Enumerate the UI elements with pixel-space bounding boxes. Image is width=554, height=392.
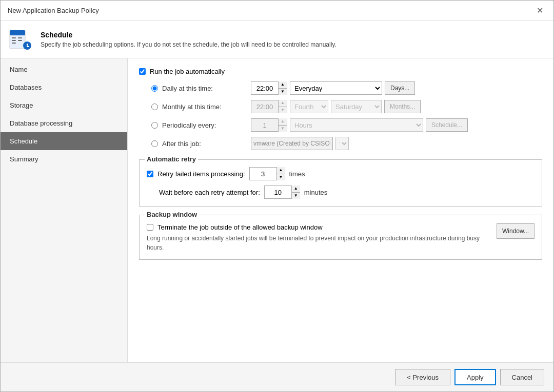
terminate-checkbox[interactable] [147, 224, 153, 231]
window-title: New Application Backup Policy [8, 7, 99, 14]
apply-button[interactable]: Apply [454, 369, 496, 385]
sidebar: Name Databases Storage Database processi… [1, 58, 128, 362]
retry-times-spinner-buttons: ▲ ▼ [276, 167, 285, 180]
monthly-radio[interactable] [151, 104, 158, 110]
monthly-time-spinner-buttons: ▲ ▼ [278, 100, 287, 113]
after-job-label[interactable]: After this job: [162, 140, 247, 148]
footer: < Previous Apply Cancel [1, 362, 553, 391]
retry-failed-checkbox[interactable] [147, 171, 153, 177]
monthly-time-up[interactable]: ▲ [279, 100, 287, 107]
periodic-radio[interactable] [151, 122, 158, 129]
periodic-label[interactable]: Periodically every: [162, 121, 247, 129]
close-button[interactable]: ✕ [533, 5, 546, 16]
svg-rect-6 [18, 40, 22, 41]
svg-rect-5 [18, 37, 22, 38]
times-label: times [289, 170, 305, 178]
svg-rect-8 [27, 44, 28, 46]
daily-radio[interactable] [151, 85, 158, 92]
periodic-value-input[interactable] [251, 119, 278, 131]
monthly-time-input[interactable] [251, 100, 278, 113]
title-bar: New Application Backup Policy ✕ [1, 1, 553, 21]
header-text: Schedule Specify the job scheduling opti… [41, 31, 337, 48]
dialog: New Application Backup Policy ✕ Schedule… [0, 0, 554, 392]
monthly-day-select[interactable]: Monday Tuesday Wednesday Thursday Friday… [331, 100, 382, 113]
cancel-button[interactable]: Cancel [500, 369, 544, 385]
daily-time-input[interactable] [251, 82, 278, 94]
svg-rect-4 [12, 43, 16, 44]
window-button[interactable]: Window... [497, 223, 535, 239]
daily-frequency-select[interactable]: Everyday Weekdays Weekends [290, 81, 382, 95]
sidebar-item-summary[interactable]: Summary [1, 150, 127, 168]
daily-time-spinner: ▲ ▼ [251, 81, 287, 95]
daily-row: Daily at this time: ▲ ▼ Everyday Weekday… [151, 81, 542, 95]
run-automatically-row: Run the job automatically [139, 68, 542, 75]
wait-minutes-input[interactable] [265, 186, 291, 198]
retry-rows: Retry failed items processing: ▲ ▼ times… [147, 167, 535, 199]
after-job-select[interactable]: ▼ [335, 137, 349, 150]
after-job-radio[interactable] [151, 140, 158, 147]
retry-times-input[interactable] [250, 168, 276, 180]
wait-down[interactable]: ▼ [292, 193, 300, 199]
svg-rect-2 [12, 37, 16, 38]
sidebar-item-databases[interactable]: Databases [1, 78, 127, 96]
periodic-spinner-buttons: ▲ ▼ [278, 118, 287, 132]
window-note: Long running or accidentally started job… [147, 234, 489, 252]
terminate-row: Terminate the job outside of the allowed… [147, 223, 489, 231]
svg-rect-3 [12, 40, 16, 41]
monthly-week-select[interactable]: First Second Third Fourth Last [290, 100, 328, 113]
monthly-time-spinner: ▲ ▼ [251, 100, 287, 113]
sidebar-item-database-processing[interactable]: Database processing [1, 114, 127, 132]
retry-times-up[interactable]: ▲ [277, 167, 285, 174]
schedule-button[interactable]: Schedule... [426, 118, 468, 132]
retry-failed-label[interactable]: Retry failed items processing: [157, 170, 245, 178]
header-section: Schedule Specify the job scheduling opti… [1, 21, 553, 58]
periodic-controls: ▲ ▼ Hours Minutes Schedule... [251, 118, 468, 132]
monthly-time-down[interactable]: ▼ [279, 107, 287, 114]
after-job-row: After this job: ▼ [151, 137, 542, 150]
days-button[interactable]: Days... [385, 81, 415, 95]
schedule-radio-group: Daily at this time: ▲ ▼ Everyday Weekday… [151, 81, 542, 150]
wait-spinner-buttons: ▲ ▼ [291, 185, 300, 199]
months-button[interactable]: Months... [384, 100, 421, 113]
wait-label: Wait before each retry attempt for: [159, 189, 260, 196]
wait-row: Wait before each retry attempt for: ▲ ▼ … [147, 185, 535, 199]
schedule-icon [9, 27, 33, 52]
periodic-row: Periodically every: ▲ ▼ Hours Minutes [151, 118, 542, 132]
retry-times-down[interactable]: ▼ [277, 174, 285, 181]
sidebar-item-name[interactable]: Name [1, 60, 127, 78]
after-job-controls: ▼ [251, 137, 349, 150]
window-row: Terminate the job outside of the allowed… [147, 223, 535, 252]
automatic-retry-group: Automatic retry Retry failed items proce… [139, 159, 542, 207]
run-automatically-checkbox[interactable] [139, 68, 146, 75]
after-job-input[interactable] [251, 137, 333, 150]
periodic-unit-select[interactable]: Hours Minutes [290, 118, 423, 132]
main-content: Run the job automatically Daily at this … [128, 58, 553, 362]
sidebar-item-storage[interactable]: Storage [1, 96, 127, 114]
body: Name Databases Storage Database processi… [1, 58, 553, 362]
periodic-down[interactable]: ▼ [279, 126, 287, 132]
monthly-label[interactable]: Monthly at this time: [162, 103, 247, 111]
header-subtitle: Specify the job scheduling options. If y… [41, 41, 337, 48]
auto-retry-title: Automatic retry [145, 155, 198, 163]
retry-times-spinner: ▲ ▼ [249, 167, 285, 180]
terminate-label[interactable]: Terminate the job outside of the allowed… [157, 223, 323, 231]
run-automatically-label[interactable]: Run the job automatically [150, 68, 225, 75]
wait-minutes-spinner: ▲ ▼ [264, 185, 300, 199]
daily-controls: ▲ ▼ Everyday Weekdays Weekends Days... [251, 81, 415, 95]
svg-rect-1 [10, 30, 25, 35]
backup-window-title: Backup window [145, 211, 199, 218]
backup-window-group: Backup window Terminate the job outside … [139, 215, 542, 260]
periodic-value-spinner: ▲ ▼ [251, 118, 287, 132]
retry-failed-row: Retry failed items processing: ▲ ▼ times [147, 167, 535, 180]
daily-time-spinner-buttons: ▲ ▼ [278, 81, 287, 95]
periodic-up[interactable]: ▲ [279, 118, 287, 126]
daily-label[interactable]: Daily at this time: [162, 85, 247, 92]
monthly-controls: ▲ ▼ First Second Third Fourth Last [251, 100, 421, 113]
window-text-block: Terminate the job outside of the allowed… [147, 223, 489, 252]
sidebar-item-schedule[interactable]: Schedule [1, 132, 127, 150]
daily-time-up[interactable]: ▲ [279, 81, 287, 89]
monthly-row: Monthly at this time: ▲ ▼ First Second [151, 100, 542, 113]
wait-up[interactable]: ▲ [292, 185, 300, 193]
daily-time-down[interactable]: ▼ [279, 89, 287, 95]
previous-button[interactable]: < Previous [395, 369, 450, 385]
